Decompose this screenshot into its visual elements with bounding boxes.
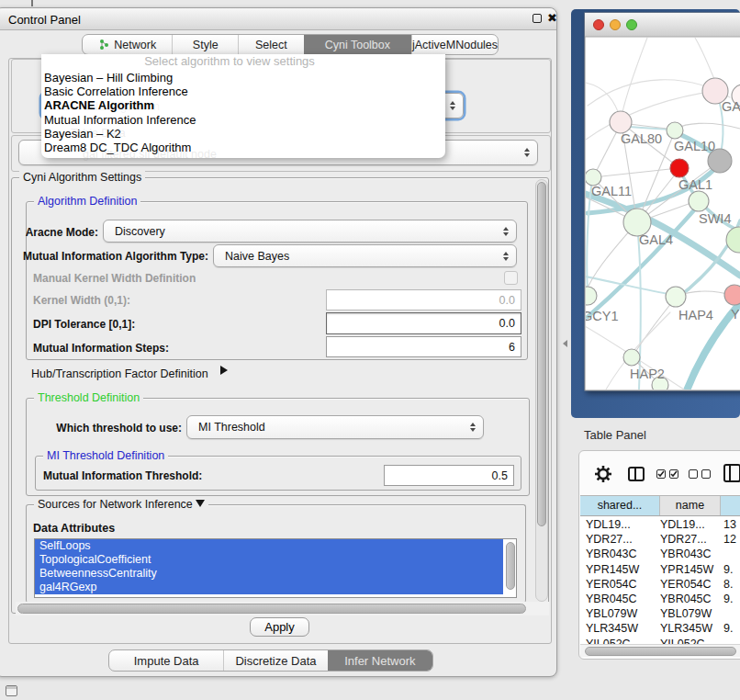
close-traffic-light[interactable] bbox=[594, 20, 604, 30]
network-view[interactable]: GAL7GAL80GAL10GAL11GAL1SWI4GAL4GCY1HAP4Y… bbox=[571, 9, 740, 418]
table-row[interactable]: YBR045CYBR045C9. bbox=[580, 592, 740, 606]
network-node[interactable] bbox=[666, 287, 686, 307]
hub-definition-label[interactable]: Hub/Transcription Factor Definition bbox=[31, 367, 208, 380]
table-cell bbox=[721, 637, 740, 645]
network-node-label: GAL4 bbox=[639, 232, 673, 247]
combo-arrows-icon bbox=[524, 148, 530, 157]
mi-threshold-input[interactable]: 0.5 bbox=[384, 465, 514, 486]
list-scrollbar-track[interactable] bbox=[504, 539, 517, 598]
table-row[interactable]: YDR27...YDR27...12 bbox=[580, 532, 740, 547]
minimize-traffic-light[interactable] bbox=[611, 20, 621, 30]
gear-icon[interactable] bbox=[594, 465, 612, 483]
partial-toolbar-icon[interactable] bbox=[723, 464, 740, 482]
threshold-definition-title: Threshold Definition bbox=[34, 391, 143, 405]
column-header-col2[interactable] bbox=[721, 496, 740, 515]
network-node[interactable] bbox=[610, 111, 632, 133]
algorithm-option[interactable]: Basic Correlation Inference bbox=[44, 85, 445, 98]
bottom-tabbar: Impute DataDiscretize DataInfer Network bbox=[108, 649, 433, 672]
data-attributes-list[interactable]: SelfLoopsTopologicalCoefficientBetweenne… bbox=[34, 538, 517, 598]
table-cell: YDR27... bbox=[660, 532, 721, 547]
split-table-icon[interactable] bbox=[628, 467, 645, 481]
table-row[interactable]: YLR345WYLR345W9. bbox=[580, 621, 740, 636]
settings-vscrollbar-thumb[interactable] bbox=[537, 182, 546, 526]
data-attribute-item[interactable]: TopologicalCoefficient bbox=[35, 553, 503, 567]
split-divider-arrow-icon[interactable] bbox=[563, 340, 567, 347]
settings-hscrollbar-track[interactable] bbox=[16, 602, 549, 615]
popup-prompt: Select algorithm to view settings bbox=[41, 55, 445, 68]
list-scrollbar-thumb[interactable] bbox=[506, 542, 515, 590]
mi-threshold-definition-title: MI Threshold Definition bbox=[43, 449, 168, 463]
zoom-traffic-light[interactable] bbox=[627, 20, 637, 30]
hub-expand-icon[interactable] bbox=[220, 366, 228, 375]
tab-select[interactable]: Select bbox=[238, 35, 304, 54]
close-icon[interactable]: ✖ bbox=[547, 11, 557, 25]
data-attribute-item[interactable]: BetweennessCentrality bbox=[35, 567, 503, 581]
unchecked-columns-icon[interactable] bbox=[689, 469, 698, 479]
ghost-combo-value: ARACNE Algorithm bbox=[57, 99, 160, 113]
settings-vscrollbar-track[interactable] bbox=[535, 179, 548, 602]
table-cell: YER054C bbox=[660, 577, 721, 592]
column-header-name[interactable]: name bbox=[660, 496, 721, 515]
control-panel-titlebar[interactable]: Control Panel ✖ bbox=[0, 8, 556, 30]
tab-jactivemnodules[interactable]: jActiveMNodules bbox=[411, 35, 498, 54]
data-attribute-item[interactable]: SelfLoops bbox=[35, 539, 503, 553]
table-row[interactable]: YBR043CYBR043C bbox=[580, 547, 740, 561]
dpi-tolerance-input[interactable]: 0.0 bbox=[326, 312, 521, 334]
network-node-label: GAL1 bbox=[678, 177, 712, 192]
which-threshold-value: MI Threshold bbox=[198, 421, 265, 434]
network-node[interactable] bbox=[724, 285, 740, 305]
table-cell: YBR045C bbox=[580, 592, 660, 606]
data-attribute-item[interactable]: gal4RGexp bbox=[35, 581, 503, 594]
network-node[interactable] bbox=[670, 159, 689, 177]
network-window-titlebar[interactable] bbox=[585, 13, 740, 37]
tab-infer-network[interactable]: Infer Network bbox=[328, 650, 432, 671]
network-node[interactable] bbox=[689, 191, 709, 211]
sources-title: Sources for Network Inference bbox=[34, 498, 208, 512]
table-panel-title: Table Panel bbox=[584, 429, 646, 442]
network-node[interactable] bbox=[623, 349, 640, 366]
cyni-settings-title: Cyni Algorithm Settings bbox=[19, 171, 145, 185]
table-row[interactable]: YDL19...YDL19...13 bbox=[580, 517, 740, 532]
table-row[interactable]: YBL079WYBL079W bbox=[580, 606, 740, 621]
network-node-label: GAL80 bbox=[621, 131, 662, 146]
mi-type-combobox[interactable]: Naive Bayes bbox=[213, 244, 517, 267]
table-hscrollbar-track[interactable] bbox=[580, 644, 740, 657]
algorithm-option[interactable]: Bayesian – Hill Climbing bbox=[44, 71, 445, 85]
tab-style[interactable]: Style bbox=[172, 35, 238, 54]
tab-network[interactable]: Network bbox=[83, 35, 172, 54]
tab-discretize-data[interactable]: Discretize Data bbox=[223, 650, 327, 671]
table-row[interactable]: YPR145WYPR145W9. bbox=[580, 562, 740, 577]
column-header-shared[interactable]: shared... bbox=[580, 496, 660, 515]
network-node[interactable] bbox=[667, 122, 683, 139]
table-cell: YDL19... bbox=[660, 517, 721, 532]
settings-hscrollbar-thumb[interactable] bbox=[17, 604, 526, 614]
tab-impute-data[interactable]: Impute Data bbox=[109, 650, 223, 671]
desktop: Control Panel ✖ NetworkStyleSelectCyni T… bbox=[0, 0, 740, 700]
table-cell: YBR043C bbox=[580, 547, 660, 561]
table-cell: YPR145W bbox=[660, 562, 721, 577]
network-node-label: HAP2 bbox=[630, 367, 665, 381]
network-node-label: GAL10 bbox=[674, 139, 715, 153]
algorithm-option[interactable]: Mutual Information Inference bbox=[44, 113, 445, 127]
unchecked-columns-icon2[interactable] bbox=[701, 469, 711, 479]
apply-button[interactable]: Apply bbox=[250, 617, 309, 637]
sources-collapse-icon[interactable] bbox=[196, 500, 205, 507]
network-node-label: GAL7 bbox=[722, 99, 740, 114]
checked-columns-icon[interactable] bbox=[656, 469, 666, 479]
aracne-mode-combobox[interactable]: Discovery bbox=[103, 220, 517, 243]
which-threshold-combobox[interactable]: MI Threshold bbox=[186, 415, 484, 439]
checked-columns-icon2[interactable] bbox=[669, 469, 678, 479]
table-row[interactable]: YER054CYER054C8. bbox=[580, 577, 740, 592]
mi-steps-input[interactable]: 6 bbox=[326, 336, 521, 357]
table-hscrollbar-thumb[interactable] bbox=[585, 647, 736, 656]
float-window-icon[interactable] bbox=[533, 14, 542, 23]
manual-kernel-checkbox[interactable] bbox=[504, 271, 518, 285]
kernel-width-input[interactable]: 0.0 bbox=[326, 289, 521, 310]
tab-cyni-toolbox[interactable]: Cyni Toolbox bbox=[304, 35, 411, 54]
combo-arrows-icon bbox=[503, 227, 509, 236]
top-edge-tick bbox=[31, 0, 33, 6]
table-cell: YPR145W bbox=[580, 562, 660, 577]
control-panel-tabbar: NetworkStyleSelectCyni ToolboxjActiveMNo… bbox=[82, 34, 499, 55]
minimized-window-icon[interactable] bbox=[6, 685, 17, 696]
table-row[interactable]: YIL052CYIL052C bbox=[580, 637, 740, 645]
